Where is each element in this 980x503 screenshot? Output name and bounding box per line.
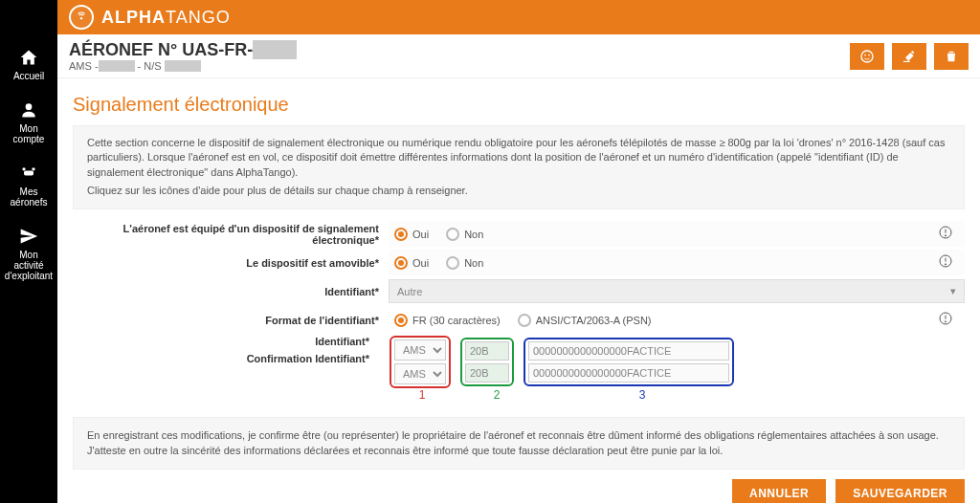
svg-point-6: [864, 54, 866, 55]
confirm-line-1: En enregistrant ces modifications, je co…: [87, 427, 950, 444]
page-title: AÉRONEF N° UAS-FR-xxx: [69, 40, 297, 60]
drone-icon: [19, 164, 38, 183]
svg-point-13: [945, 264, 946, 265]
svg-point-4: [80, 17, 82, 19]
page-subtitle: AMS -xxxx - N/S xxxx: [69, 60, 297, 72]
sidebar-item-label: Mon compte: [4, 123, 54, 144]
sidebar-item-label: Mon activité d'exploitant: [4, 250, 54, 281]
svg-rect-1: [24, 171, 33, 176]
id-model-input-2[interactable]: [465, 363, 509, 383]
help-format[interactable]: [938, 311, 953, 329]
header-delete-button[interactable]: [934, 43, 969, 70]
label-format: Format de l'identifiant*: [73, 315, 389, 326]
confirm-line-2: J'atteste en outre la sincérité des info…: [87, 443, 950, 459]
trash-icon: [944, 49, 959, 64]
info-text-2: Cliquez sur les icônes d'aide pour plus …: [87, 184, 950, 198]
section-info: Cette section concerne le dispositif de …: [73, 125, 965, 209]
header-actions: [850, 43, 969, 70]
gavel-icon: [902, 49, 917, 64]
radio-equipped-yes[interactable]: Oui: [394, 228, 429, 241]
id-column-numbers: 123: [392, 388, 743, 402]
label-identifiant-parts: Identifiant*: [315, 336, 379, 347]
radio-format-ansi[interactable]: ANSI/CTA/2063-A (PSN): [518, 314, 652, 327]
sidebar: Accueil Mon compte Mes aéronefs Mon acti…: [0, 0, 57, 503]
label-identifiant: Identifiant*: [73, 286, 389, 297]
cancel-button[interactable]: ANNULER: [732, 479, 826, 503]
id-model-input-1[interactable]: [465, 341, 509, 361]
send-icon: [19, 227, 38, 246]
content: Signalement électronique Cette section c…: [57, 78, 980, 503]
footer-actions: ANNULER SAUVEGARDER: [73, 470, 965, 503]
face-icon: [859, 49, 875, 64]
help-equipped[interactable]: [938, 225, 953, 243]
page-header: AÉRONEF N° UAS-FR-xxx AMS -xxxx - N/S xx…: [57, 34, 980, 78]
home-icon: [19, 48, 38, 67]
confirm-box: En enregistrant ces modifications, je co…: [73, 417, 965, 470]
svg-point-7: [868, 54, 870, 55]
main: ALPHATANGO AÉRONEF N° UAS-FR-xxx AMS -xx…: [57, 0, 980, 503]
sidebar-item-mon-activite[interactable]: Mon activité d'exploitant: [0, 217, 57, 291]
svg-point-16: [945, 321, 946, 322]
help-removable[interactable]: [938, 253, 953, 272]
svg-point-10: [945, 235, 946, 236]
label-equipped: L'aéronef est équipé d'un dispositif de …: [73, 223, 389, 246]
label-confirm-identifiant: Confirmation Identifiant*: [247, 353, 379, 364]
id-trigram-select-2[interactable]: AMS: [394, 363, 446, 384]
brand-icon: [69, 5, 94, 30]
radio-removable-no[interactable]: Non: [446, 256, 483, 270]
form: L'aéronef est équipé d'un dispositif de …: [73, 221, 965, 405]
save-button[interactable]: SAUVEGARDER: [835, 479, 965, 503]
id-serial-input-1[interactable]: [528, 341, 729, 361]
brand-text: ALPHATANGO: [101, 8, 231, 28]
sidebar-item-label: Mes aéronefs: [4, 186, 54, 208]
person-icon: [19, 100, 38, 120]
brand-bar: ALPHATANGO: [57, 0, 980, 34]
info-text-1: Cette section concerne le dispositif de …: [87, 136, 950, 180]
label-removable: Le dispositif est amovible*: [73, 257, 389, 269]
svg-point-2: [22, 167, 25, 170]
sidebar-item-mon-compte[interactable]: Mon compte: [0, 91, 57, 154]
sidebar-item-mes-aeronefs[interactable]: Mes aéronefs: [0, 154, 57, 217]
sidebar-item-accueil[interactable]: Accueil: [0, 38, 57, 91]
radio-format-fr[interactable]: FR (30 caractères): [394, 314, 501, 327]
header-face-button[interactable]: [850, 43, 884, 70]
radio-equipped-no[interactable]: Non: [446, 228, 483, 241]
radio-removable-yes[interactable]: Oui: [394, 256, 429, 270]
id-serial-input-2[interactable]: [528, 363, 729, 383]
chevron-down-icon: ▾: [950, 285, 956, 297]
svg-point-5: [861, 51, 873, 62]
header-gavel-button[interactable]: [892, 43, 926, 70]
svg-point-3: [32, 167, 34, 170]
svg-point-0: [26, 103, 33, 110]
identifiant-select[interactable]: Autre ▾: [389, 279, 965, 303]
sidebar-item-label: Accueil: [13, 71, 44, 81]
section-title: Signalement électronique: [73, 94, 965, 116]
id-trigram-select-1[interactable]: AMS: [394, 339, 446, 361]
identifiant-select-value: Autre: [397, 286, 422, 297]
